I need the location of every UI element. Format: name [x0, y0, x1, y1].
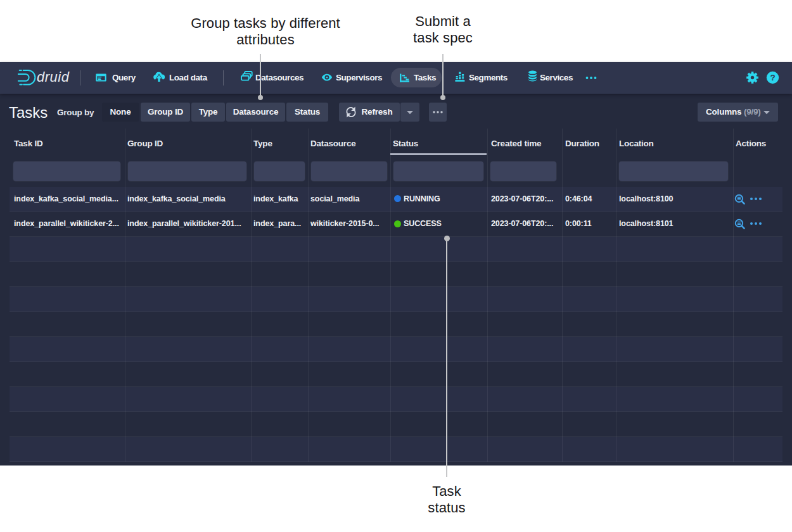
svg-text:?: ?	[770, 73, 775, 82]
